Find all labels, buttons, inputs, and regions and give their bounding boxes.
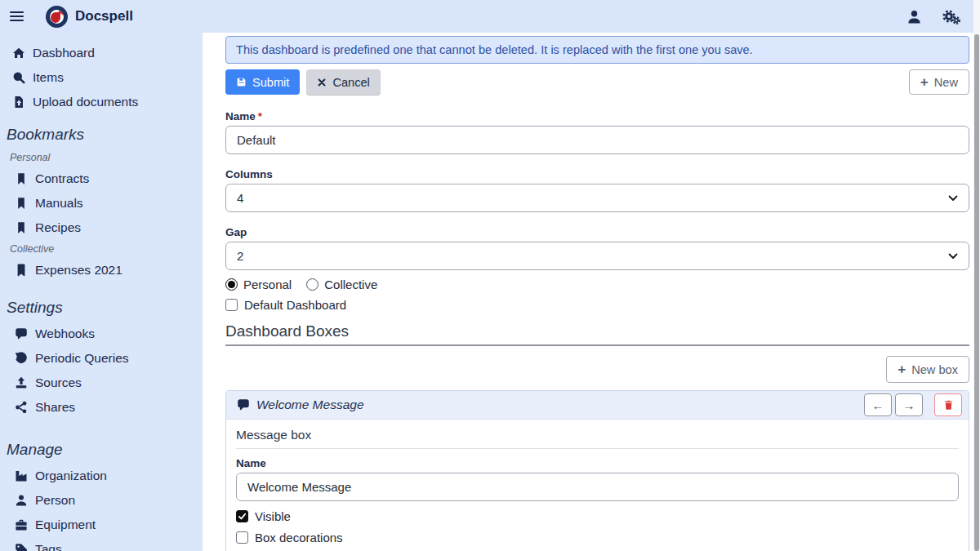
cancel-label: Cancel <box>332 76 369 89</box>
plus-icon: + <box>898 362 906 376</box>
upload-icon <box>14 376 28 390</box>
brand[interactable]: Docspell <box>46 6 133 28</box>
move-box-right-button[interactable]: → <box>895 393 923 416</box>
sidebar-item-label: Periodic Queries <box>35 351 129 366</box>
submit-button[interactable]: Submit <box>225 69 300 95</box>
sidebar-item-label: Manuals <box>35 196 83 211</box>
scope-collective-radio[interactable]: Collective <box>306 278 377 291</box>
sidebar-item-label: Shares <box>35 400 75 415</box>
sidebar-item-person[interactable]: Person <box>0 488 203 513</box>
visible-checkbox[interactable]: Visible <box>236 509 959 523</box>
visible-label: Visible <box>255 509 291 523</box>
home-icon <box>11 47 25 60</box>
box-body: Message box Name Visible Box decorations… <box>226 420 969 551</box>
checkbox-unchecked-icon <box>236 531 248 544</box>
divider <box>236 448 959 449</box>
delete-box-button[interactable] <box>934 393 962 416</box>
box-kind-label: Message box <box>236 428 959 442</box>
cancel-button[interactable]: Cancel <box>306 69 380 95</box>
box-decorations-label: Box decorations <box>255 531 343 544</box>
search-icon <box>11 71 25 85</box>
sidebar-item-shares[interactable]: Shares <box>0 395 203 420</box>
sidebar-item-label: Tags <box>35 542 62 551</box>
box-name-input[interactable] <box>236 473 959 501</box>
plus-icon: + <box>920 75 929 89</box>
sidebar-item-label: Dasbhoard <box>33 46 95 60</box>
trash-icon <box>943 399 954 411</box>
new-box-button[interactable]: + New box <box>886 356 969 383</box>
sidebar-section-settings: Settings <box>0 294 203 322</box>
sidebar-item-recipes[interactable]: Recipes <box>0 216 203 240</box>
checkbox-checked-icon <box>236 510 248 522</box>
top-navbar: Docspell <box>0 0 973 33</box>
bookmark-icon <box>14 172 28 186</box>
default-dashboard-checkbox[interactable]: Default Dashboard <box>225 298 969 312</box>
bookmark-icon <box>14 221 28 235</box>
sidebar-item-organization[interactable]: Organization <box>0 464 203 488</box>
vertical-scrollbar[interactable] <box>973 0 980 551</box>
briefcase-icon <box>14 518 28 532</box>
sidebar-item-expenses-2021[interactable]: Expenses 2021 <box>0 258 203 282</box>
bookmarks-personal-label: Personal <box>0 149 203 167</box>
gap-select[interactable]: 2 <box>225 242 969 270</box>
sidebar-item-manuals[interactable]: Manuals <box>0 191 203 216</box>
menu-toggle-button[interactable] <box>0 0 33 33</box>
sidebar-item-dashboard[interactable]: Dasbhoard <box>0 41 203 65</box>
sidebar-item-sources[interactable]: Sources <box>0 371 203 395</box>
history-icon <box>14 352 28 366</box>
sidebar-item-label: Items <box>33 70 64 85</box>
cogs-icon <box>942 8 960 25</box>
new-dashboard-button[interactable]: + New <box>909 69 969 95</box>
chevron-down-icon <box>948 253 958 260</box>
columns-label: Columns <box>225 168 969 180</box>
sidebar-item-tags[interactable]: Tags <box>0 537 203 551</box>
arrow-right-icon: → <box>903 398 915 412</box>
bookmark-outline-icon <box>14 264 28 278</box>
brand-name: Docspell <box>75 8 133 24</box>
columns-value: 4 <box>237 191 243 205</box>
message-box-icon <box>236 398 250 412</box>
sidebar-item-label: Recipes <box>35 220 81 235</box>
sidebar-item-label: Upload documents <box>33 95 138 109</box>
columns-select[interactable]: 4 <box>225 184 969 212</box>
sidebar-section-manage: Manage <box>0 436 203 464</box>
sidebar: Dasbhoard Items Upload documents Bookmar… <box>0 33 203 551</box>
sidebar-item-items[interactable]: Items <box>0 65 203 90</box>
bookmarks-collective-label: Collective <box>0 240 203 258</box>
sidebar-item-label: Expenses 2021 <box>35 263 122 278</box>
form-toolbar: Submit Cancel + New <box>225 69 969 95</box>
sidebar-section-bookmarks: Bookmarks <box>0 121 203 149</box>
scope-personal-radio[interactable]: Personal <box>225 278 292 291</box>
sidebar-item-label: Person <box>35 493 75 508</box>
person-icon <box>14 494 28 508</box>
save-icon <box>236 77 247 87</box>
scrollbar-thumb[interactable] <box>974 34 979 551</box>
name-input[interactable] <box>225 126 969 154</box>
dashboard-box-welcome-message: Welcome Message ← → Message box Name Vis… <box>225 390 969 551</box>
sidebar-item-periodic-queries[interactable]: Periodic Queries <box>0 346 203 371</box>
scope-radio-group: Personal Collective <box>225 278 969 291</box>
move-box-left-button[interactable]: ← <box>864 393 892 416</box>
sidebar-item-contracts[interactable]: Contracts <box>0 167 203 191</box>
submit-label: Submit <box>252 76 289 89</box>
sidebar-item-webhooks[interactable]: Webhooks <box>0 322 203 346</box>
checkbox-unchecked-icon <box>225 299 238 311</box>
sidebar-item-equipment[interactable]: Equipment <box>0 513 203 537</box>
sidebar-item-label: Contracts <box>35 171 89 186</box>
box-decorations-checkbox[interactable]: Box decorations <box>236 531 959 544</box>
box-title: Welcome Message <box>256 398 364 412</box>
sidebar-item-label: Sources <box>35 375 82 390</box>
industry-icon <box>14 469 28 483</box>
required-marker: * <box>258 110 262 122</box>
bookmark-icon <box>14 197 28 211</box>
main-content: This dashboard is predefined one that ca… <box>203 33 973 551</box>
sidebar-item-label: Webhooks <box>35 327 95 341</box>
settings-menu-button[interactable] <box>942 8 960 25</box>
user-account-button[interactable] <box>906 9 922 24</box>
gap-label: Gap <box>225 226 969 238</box>
box-name-label: Name <box>236 457 959 469</box>
default-dashboard-label: Default Dashboard <box>244 298 346 312</box>
docspell-logo-icon <box>46 6 68 28</box>
sidebar-item-upload-documents[interactable]: Upload documents <box>0 90 203 114</box>
sidebar-item-label: Organization <box>35 469 107 483</box>
